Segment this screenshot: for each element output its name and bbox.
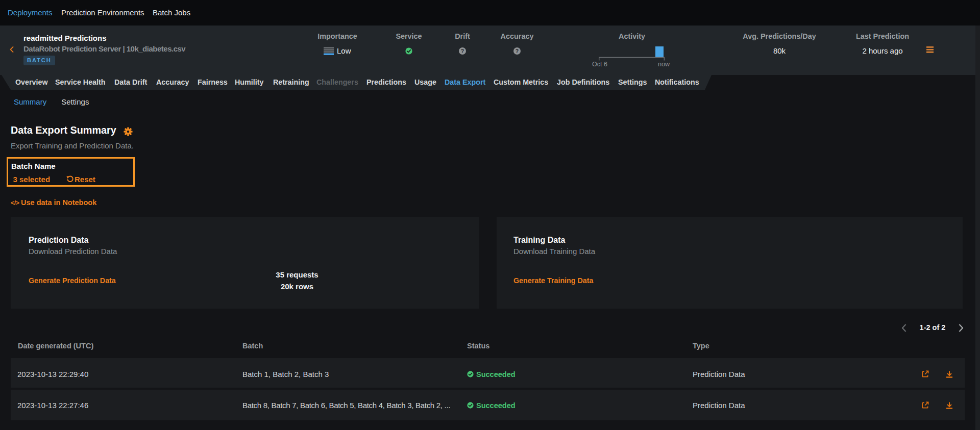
svg-text:now: now xyxy=(658,61,670,68)
svg-text:Oct 6: Oct 6 xyxy=(592,61,607,68)
